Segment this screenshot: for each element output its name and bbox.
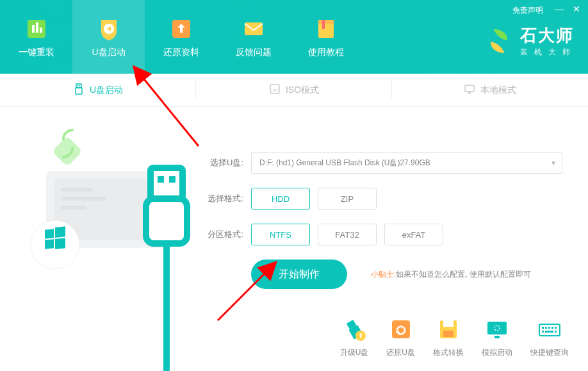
svg-rect-31: [146, 199, 187, 243]
brand-subtitle: 装机大师: [520, 47, 576, 58]
close-button[interactable]: ✕: [573, 4, 580, 14]
start-button[interactable]: 开始制作: [251, 260, 347, 289]
usb-upgrade-icon: [341, 317, 367, 342]
partition-option-fat32[interactable]: FAT32: [318, 224, 377, 245]
tab-label: ISO模式: [286, 85, 319, 96]
nav-label: 使用教程: [308, 47, 344, 58]
nav-label: 还原资料: [163, 47, 199, 58]
chevron-down-icon: ▾: [551, 158, 555, 167]
main-nav: 一键重装 U盘启动 还原资料 反馈问题 使用教程: [0, 0, 362, 74]
select-usb-label: 选择U盘:: [205, 157, 243, 169]
svg-rect-33: [158, 176, 164, 183]
svg-rect-1: [32, 25, 35, 33]
tool-restore-usb[interactable]: 还原U盘: [386, 317, 415, 358]
tool-label: 快捷键查询: [530, 347, 569, 358]
disclaimer-link[interactable]: 免责声明: [512, 5, 543, 16]
tab-iso-mode[interactable]: ISO ISO模式: [196, 74, 392, 106]
svg-text:ISO: ISO: [272, 88, 279, 92]
svg-rect-28: [45, 239, 54, 249]
svg-rect-42: [487, 322, 507, 334]
tab-label: U盘启动: [90, 85, 123, 96]
config-form: 选择U盘: D:F: (hd1) General USB Flash Disk …: [205, 152, 562, 303]
svg-rect-26: [45, 229, 54, 238]
svg-rect-22: [61, 206, 86, 210]
svg-rect-30: [151, 168, 183, 199]
book-icon: [313, 16, 339, 42]
svg-rect-49: [551, 327, 553, 329]
svg-rect-27: [55, 226, 65, 238]
svg-rect-3: [40, 28, 42, 33]
tool-label: 还原U盘: [386, 347, 415, 358]
tool-simulate-boot[interactable]: 模拟启动: [482, 317, 512, 358]
tab-label: 本地模式: [480, 85, 516, 96]
tab-local-mode[interactable]: 本地模式: [392, 74, 588, 106]
nav-reinstall[interactable]: 一键重装: [0, 0, 72, 74]
tip-label: 小贴士:: [371, 269, 396, 280]
svg-rect-20: [61, 188, 93, 192]
usb-icon: [73, 83, 85, 97]
partition-option-exfat[interactable]: exFAT: [384, 224, 443, 245]
svg-rect-21: [61, 197, 106, 201]
svg-rect-8: [318, 20, 334, 24]
nav-label: 反馈问题: [236, 47, 272, 58]
monitor-icon: [464, 83, 475, 97]
iso-icon: ISO: [269, 83, 281, 97]
nav-label: 一键重装: [19, 47, 54, 58]
brand-title: 石大师: [520, 24, 576, 47]
brand-logo-icon: [484, 26, 514, 56]
floppy-icon: [436, 317, 461, 342]
svg-rect-6: [245, 22, 263, 35]
brand: 石大师 装机大师: [484, 24, 576, 58]
keyboard-icon: [537, 317, 562, 342]
tool-format-convert[interactable]: 格式转换: [433, 317, 464, 358]
svg-rect-44: [494, 336, 500, 338]
nav-label: U盘启动: [92, 47, 125, 58]
tool-upgrade-usb[interactable]: 升级U盘: [340, 317, 369, 358]
usb-illustration: [0, 107, 199, 371]
svg-rect-52: [545, 331, 553, 333]
svg-rect-53: [555, 331, 557, 333]
svg-rect-29: [55, 238, 65, 249]
header: 一键重装 U盘启动 还原资料 反馈问题 使用教程 免责声明: [0, 0, 588, 74]
restore-icon: [388, 317, 414, 342]
envelope-icon: [241, 16, 266, 42]
format-label: 选择格式:: [205, 193, 243, 204]
tab-usb-boot[interactable]: U盘启动: [0, 74, 196, 106]
svg-rect-40: [443, 320, 453, 327]
svg-rect-46: [542, 327, 544, 329]
svg-rect-13: [79, 85, 80, 87]
minimize-button[interactable]: —: [555, 4, 564, 14]
svg-rect-12: [78, 85, 79, 87]
usb-select[interactable]: D:F: (hd1) General USB Flash Disk (U盘)27…: [251, 152, 562, 174]
tip: 小贴士: 如果不知道怎么配置, 使用默认配置即可: [371, 269, 531, 280]
svg-rect-11: [76, 88, 82, 94]
format-option-hdd[interactable]: HDD: [251, 188, 310, 210]
partition-option-ntfs[interactable]: NTFS: [251, 224, 310, 245]
svg-rect-47: [545, 327, 547, 329]
tool-hotkeys[interactable]: 快捷键查询: [530, 317, 569, 358]
monitor-sim-icon: [484, 317, 510, 342]
svg-rect-17: [468, 92, 471, 94]
tool-label: 模拟启动: [482, 347, 512, 358]
nav-usb-boot[interactable]: U盘启动: [72, 0, 145, 74]
bar-chart-icon: [24, 16, 49, 42]
mode-tabs: U盘启动 ISO ISO模式 本地模式: [0, 74, 588, 107]
format-option-zip[interactable]: ZIP: [318, 188, 377, 210]
window-controls: — ✕: [555, 4, 580, 14]
svg-rect-23: [52, 136, 83, 167]
tool-label: 升级U盘: [340, 347, 369, 358]
svg-rect-16: [465, 85, 474, 92]
nav-tutorial[interactable]: 使用教程: [290, 0, 362, 74]
nav-feedback[interactable]: 反馈问题: [217, 0, 290, 74]
svg-rect-34: [169, 176, 176, 183]
svg-rect-10: [76, 84, 81, 88]
svg-rect-51: [542, 331, 544, 333]
shield-usb-icon: [96, 16, 122, 42]
svg-rect-38: [392, 320, 410, 338]
svg-rect-50: [555, 327, 557, 329]
main-area: 选择U盘: D:F: (hd1) General USB Flash Disk …: [0, 107, 588, 371]
partition-label: 分区格式:: [205, 229, 243, 240]
nav-restore[interactable]: 还原资料: [145, 0, 217, 74]
svg-rect-2: [36, 22, 38, 33]
svg-rect-41: [443, 331, 453, 337]
